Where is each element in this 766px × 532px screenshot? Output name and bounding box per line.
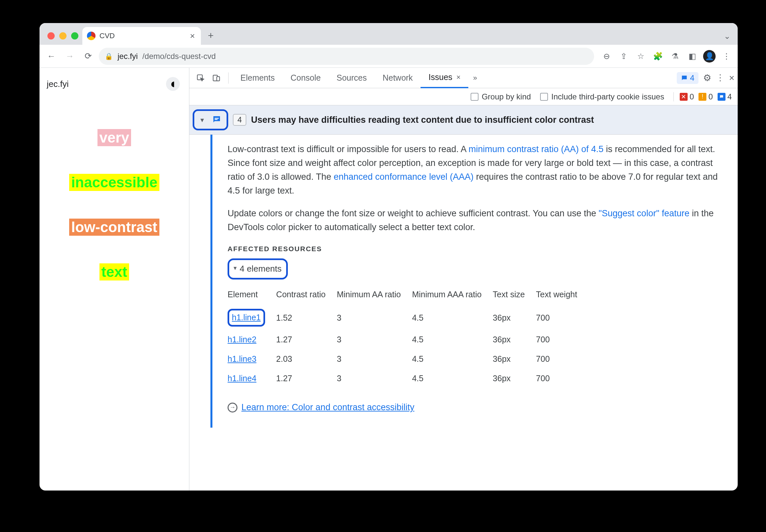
new-tab-button[interactable]: +	[204, 29, 217, 42]
share-icon[interactable]: ⇪	[617, 49, 631, 64]
col-aa: Minimum AA ratio	[337, 285, 412, 306]
link-aa-ratio[interactable]: minimum contrast ratio (AA) of 4.5	[469, 144, 604, 154]
info-count: 4	[718, 92, 732, 101]
content-area: jec.fyi ◖ very inaccessible low-contrast…	[40, 68, 738, 491]
page-header: jec.fyi ◖	[40, 74, 189, 91]
close-tab-button[interactable]: ×	[190, 31, 195, 41]
expand-icon[interactable]: ▼	[197, 115, 207, 125]
close-panel-icon[interactable]: ×	[457, 73, 461, 82]
highlight-first-element: h1.line1	[227, 309, 265, 327]
element-link[interactable]: h1.line2	[227, 335, 256, 344]
col-textsize: Text size	[493, 285, 536, 306]
element-link[interactable]: h1.line3	[227, 354, 256, 363]
group-by-kind-checkbox[interactable]: Group by kind	[471, 92, 531, 101]
tab-list-button[interactable]: ⌄	[724, 32, 730, 41]
table-row: h1.line3 2.03 3 4.5 36px 700	[227, 349, 589, 369]
minimize-window-button[interactable]	[59, 32, 66, 40]
more-tabs-button[interactable]: »	[468, 74, 482, 82]
third-party-checkbox[interactable]: Include third-party cookie issues	[540, 92, 664, 101]
issue-paragraph-1: Low-contrast text is difficult or imposs…	[227, 143, 725, 198]
tab-elements[interactable]: Elements	[232, 68, 282, 88]
issue-count-pill: 4	[233, 114, 246, 126]
element-link[interactable]: h1.line4	[227, 374, 256, 383]
svg-rect-2	[217, 76, 220, 81]
maximize-window-button[interactable]	[71, 32, 78, 40]
table-row: h1.line4 1.27 3 4.5 36px 700	[227, 369, 589, 388]
close-devtools-icon[interactable]: ×	[729, 73, 734, 83]
back-button[interactable]: ←	[43, 48, 59, 64]
demo-line-3: low-contrast	[69, 219, 159, 236]
toolbar: ← → ⟳ 🔒 jec.fyi/demo/cds-quest-cvd ⊖ ⇪ ☆…	[40, 45, 738, 68]
learn-more-link[interactable]: Learn more: Color and contrast accessibi…	[241, 401, 414, 414]
inspect-icon[interactable]	[193, 70, 208, 86]
tab-strip: CVD × + ⌄	[40, 23, 738, 45]
labs-icon[interactable]: ⚗	[668, 49, 682, 64]
close-window-button[interactable]	[47, 32, 55, 40]
error-count: ✕0	[680, 92, 694, 101]
arrow-circle-icon: →	[227, 403, 237, 412]
avatar-icon: 👤	[703, 50, 716, 63]
affected-elements-table: Element Contrast ratio Minimum AA ratio …	[227, 285, 589, 388]
address-bar[interactable]: 🔒 jec.fyi/demo/cds-quest-cvd	[99, 48, 594, 65]
highlight-issue-icon: ▼	[193, 109, 228, 130]
issues-count-chip[interactable]: 4	[677, 72, 698, 84]
browser-tab[interactable]: CVD ×	[82, 27, 201, 45]
device-icon[interactable]	[208, 70, 224, 86]
window-controls	[47, 32, 78, 40]
demo-line-1: very	[97, 129, 131, 146]
settings-icon[interactable]: ⚙	[703, 72, 711, 83]
col-textweight: Text weight	[536, 285, 589, 306]
devtools-menu-icon[interactable]: ⋮	[716, 73, 725, 83]
profile-button[interactable]: 👤	[702, 49, 717, 64]
devtools-tabstrip: Elements Console Sources Network Issues …	[189, 68, 738, 88]
rendered-page: jec.fyi ◖ very inaccessible low-contrast…	[40, 68, 189, 491]
zoom-icon[interactable]: ⊖	[599, 49, 614, 64]
reload-button[interactable]: ⟳	[80, 48, 96, 64]
issue-title: Users may have difficulties reading text…	[251, 115, 594, 125]
toolbar-right: ⊖ ⇪ ☆ 🧩 ⚗ ◧ 👤 ⋮	[599, 49, 734, 64]
lock-icon: 🔒	[105, 52, 113, 60]
col-element: Element	[227, 285, 276, 306]
bookmark-icon[interactable]: ☆	[634, 49, 648, 64]
site-label: jec.fyi	[47, 79, 68, 89]
element-link[interactable]: h1.line1	[232, 313, 261, 322]
message-icon	[210, 113, 223, 126]
url-path: /demo/cds-quest-cvd	[142, 52, 216, 61]
tab-issues[interactable]: Issues ×	[421, 68, 468, 88]
col-contrast: Contrast ratio	[276, 285, 337, 306]
forward-button[interactable]: →	[62, 48, 78, 64]
issue-body: Low-contrast text is difficult or imposs…	[189, 135, 738, 428]
svg-rect-4	[215, 119, 218, 120]
learn-more-row: → Learn more: Color and contrast accessi…	[227, 401, 725, 414]
link-aaa-level[interactable]: enhanced conformance level (AAA)	[333, 172, 474, 182]
affected-resources-header: AFFECTED RESOURCES	[227, 244, 725, 254]
table-row: h1.line1 1.52 3 4.5 36px 700	[227, 306, 589, 330]
demo-line-2: inaccessible	[69, 174, 159, 191]
browser-window: CVD × + ⌄ ← → ⟳ 🔒 jec.fyi/demo/cds-quest…	[40, 23, 738, 491]
url-host: jec.fyi	[118, 52, 138, 61]
sidepanel-icon[interactable]: ◧	[685, 49, 700, 64]
demo-lines: very inaccessible low-contrast text	[69, 129, 159, 280]
chevron-down-icon: ▼	[232, 264, 238, 273]
favicon-icon	[87, 32, 95, 40]
issue-counts: ✕0 !0 4	[674, 92, 732, 101]
issue-paragraph-2: Update colors or change the font size or…	[227, 207, 725, 234]
theme-toggle[interactable]: ◖	[166, 77, 180, 91]
demo-line-4: text	[99, 263, 129, 280]
tab-title: CVD	[99, 32, 115, 40]
svg-rect-3	[215, 118, 219, 119]
issue-header[interactable]: ▼ 4 Users may have difficulties reading …	[189, 105, 738, 135]
col-aaa: Minimum AAA ratio	[412, 285, 493, 306]
extensions-icon[interactable]: 🧩	[651, 49, 665, 64]
menu-button[interactable]: ⋮	[719, 49, 734, 64]
tab-network[interactable]: Network	[375, 68, 421, 88]
tab-console[interactable]: Console	[282, 68, 329, 88]
devtools-panel: Elements Console Sources Network Issues …	[189, 68, 738, 491]
issues-filter-bar: Group by kind Include third-party cookie…	[189, 88, 738, 105]
link-suggest-color[interactable]: "Suggest color" feature	[599, 208, 690, 218]
warning-count: !0	[699, 92, 713, 101]
table-row: h1.line2 1.27 3 4.5 36px 700	[227, 330, 589, 349]
highlight-elements-toggle[interactable]: ▼ 4 elements	[227, 258, 288, 279]
tab-sources[interactable]: Sources	[329, 68, 375, 88]
